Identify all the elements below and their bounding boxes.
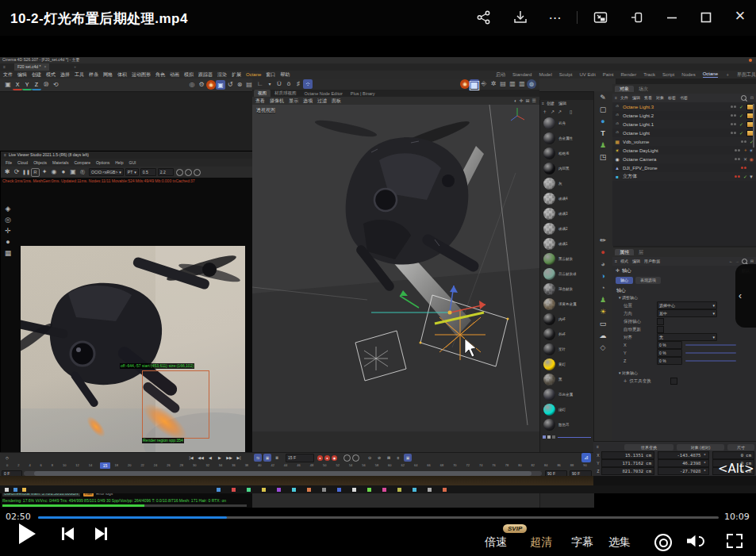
tl-filter-icon[interactable]: ⊞ bbox=[385, 454, 393, 462]
lv-alpha-icon[interactable]: ⓐ bbox=[78, 167, 87, 177]
close-icon[interactable]: × bbox=[731, 7, 749, 25]
coord-x-pos[interactable]: 15.1351 cm bbox=[601, 451, 654, 459]
material-item[interactable]: 混合材质 bbox=[540, 282, 594, 297]
workspace-startup[interactable]: 启动 bbox=[496, 71, 505, 79]
episodes-button[interactable]: 选集 bbox=[608, 535, 631, 550]
am-search-icon[interactable] bbox=[742, 259, 747, 264]
progress-track[interactable] bbox=[38, 516, 719, 519]
material-item[interactable]: 粗糙漆 bbox=[540, 146, 594, 161]
checkbox-auto-update[interactable] bbox=[657, 326, 664, 333]
record-position-icon[interactable]: ● bbox=[317, 455, 323, 461]
om-menu-bookmarks[interactable]: 书签 bbox=[680, 96, 688, 100]
vp-axis-icon[interactable]: ∟ bbox=[255, 79, 265, 89]
object-row[interactable]: ⌾Octane Light✓ bbox=[612, 128, 756, 137]
strip-capsule-icon[interactable]: ◇ bbox=[594, 341, 612, 353]
strip-plane-icon[interactable]: ▭ bbox=[594, 317, 612, 329]
lv-menu-file[interactable]: File bbox=[6, 161, 12, 165]
playhead[interactable]: 15 bbox=[100, 462, 110, 469]
strip-cube-icon[interactable]: ▢ bbox=[594, 103, 612, 115]
tab-octane-node-editor[interactable]: Octane Node Editor bbox=[301, 91, 347, 96]
layout-selector[interactable]: 界面工具 bbox=[737, 71, 756, 79]
lv-gamma-field[interactable]: 2.2 bbox=[158, 168, 174, 176]
slider-x[interactable] bbox=[685, 344, 736, 346]
lv-region-icon[interactable]: R bbox=[31, 168, 40, 177]
slider-z[interactable] bbox=[685, 360, 736, 362]
material-item[interactable]: 品云材质球 bbox=[540, 266, 594, 282]
coord-world-icon[interactable]: ⟲ bbox=[51, 80, 60, 90]
material-item[interactable]: 内环 bbox=[540, 312, 594, 327]
lv-pause-icon[interactable]: ❚❚ bbox=[21, 167, 31, 177]
render-region-box[interactable] bbox=[142, 370, 209, 439]
lv-kernel-select[interactable]: PT▾ bbox=[125, 168, 139, 176]
material-item[interactable]: 淡黄色金属 bbox=[540, 297, 594, 312]
strip-sphere2-icon[interactable]: ◕ bbox=[594, 258, 612, 270]
vp-menu-options[interactable]: 选项 bbox=[303, 98, 313, 105]
tab-view[interactable]: 视图 bbox=[254, 90, 271, 97]
episode-drawer-handle[interactable]: ‹ bbox=[735, 264, 756, 328]
record-rotation-icon[interactable]: ◉ bbox=[332, 455, 337, 461]
windows-taskbar[interactable] bbox=[0, 485, 756, 493]
object-row[interactable]: ☀Octane DayLight＋☀ bbox=[612, 146, 756, 155]
menu-octane[interactable]: Octane bbox=[246, 72, 261, 77]
strip-cloud-icon[interactable]: ☁ bbox=[594, 329, 612, 341]
material-item[interactable]: 外环 bbox=[540, 327, 594, 342]
lv-pass-icon-3[interactable] bbox=[194, 169, 201, 176]
material-item[interactable]: 玻璃1 bbox=[540, 236, 594, 251]
am-pin-icon[interactable]: ⊟ bbox=[750, 259, 754, 263]
menu-mesh[interactable]: 网格 bbox=[103, 71, 113, 79]
material-item[interactable]: 亮光金属 bbox=[540, 387, 594, 402]
vp-save1-icon[interactable]: ▤ bbox=[498, 79, 508, 89]
download-icon[interactable] bbox=[512, 9, 529, 26]
lv-pass-icon-2[interactable] bbox=[185, 169, 192, 176]
material-item[interactable]: 黄灯 bbox=[540, 357, 594, 372]
material-size-slider[interactable] bbox=[540, 433, 594, 441]
taskbar-icon[interactable] bbox=[13, 488, 17, 492]
strip-landscape-icon[interactable]: ◳ bbox=[594, 151, 612, 163]
coord-y-pos[interactable]: 171.7162 cm bbox=[601, 459, 654, 467]
more-icon[interactable]: ⋯ bbox=[547, 9, 564, 26]
menu-file[interactable]: 文件 bbox=[3, 71, 13, 79]
vp-menu-camera[interactable]: 摄像机 bbox=[270, 98, 284, 105]
octane-lock-icon[interactable]: ⊗ bbox=[235, 80, 244, 90]
octane-live-icon[interactable]: ◉ bbox=[206, 80, 216, 90]
lv-lock-icon[interactable]: ◉ bbox=[49, 167, 59, 177]
tl-options-icon[interactable]: ≡ bbox=[394, 454, 402, 462]
tl-keyframe-icon[interactable]: ▣ bbox=[263, 454, 271, 462]
quality-button[interactable]: 超清 bbox=[530, 535, 552, 550]
tab-attributes[interactable]: 属性 bbox=[615, 249, 634, 255]
strip-figure-icon[interactable]: ♟ bbox=[594, 139, 612, 151]
workspace-model[interactable]: Model bbox=[539, 72, 551, 77]
lv-side-focus-icon[interactable]: ✛ bbox=[2, 225, 14, 236]
coord-z-rot[interactable]: -27.7028 ° bbox=[658, 467, 709, 475]
viewport-label[interactable]: 透视视图 bbox=[256, 108, 275, 113]
menu-character[interactable]: 角色 bbox=[155, 71, 165, 79]
speed-button[interactable]: 倍速 bbox=[485, 535, 507, 550]
minimize-icon[interactable] bbox=[663, 9, 681, 26]
octane-camera-icon[interactable]: ▣ bbox=[216, 80, 225, 90]
workspace-render[interactable]: Render bbox=[620, 72, 636, 77]
undo-icon[interactable]: ▣ bbox=[3, 80, 13, 90]
menu-mograph[interactable]: 运动图形 bbox=[132, 71, 151, 79]
tab-layers[interactable]: 层 bbox=[634, 249, 648, 255]
volume-icon[interactable] bbox=[687, 535, 704, 547]
om-search-icon[interactable] bbox=[741, 95, 746, 101]
vp-node-icon[interactable]: ✲ bbox=[489, 79, 498, 89]
tab-takes[interactable]: 场次 bbox=[634, 86, 653, 92]
am-menu-edit[interactable]: 编辑 bbox=[632, 259, 640, 263]
workspace-paint[interactable]: Paint bbox=[603, 72, 614, 77]
dock-right-icon[interactable] bbox=[627, 9, 645, 26]
menu-volume[interactable]: 体积 bbox=[117, 71, 127, 79]
record-scale-icon[interactable]: ● bbox=[324, 455, 330, 461]
tl-mode-icon[interactable]: ▣ bbox=[404, 454, 412, 462]
mini-player-icon[interactable] bbox=[592, 9, 609, 26]
tl-loop-icon[interactable]: ⇆ bbox=[254, 454, 262, 462]
mat-load-icon[interactable]: ↗ bbox=[551, 109, 555, 114]
menu-tracker[interactable]: 跟踪器 bbox=[198, 71, 213, 79]
material-item[interactable]: 机身 bbox=[540, 116, 594, 131]
lv-pass-icon-1[interactable] bbox=[176, 169, 183, 176]
menu-extensions[interactable]: 扩展 bbox=[232, 71, 241, 79]
lv-menu-help[interactable]: Help bbox=[115, 161, 123, 165]
mat-menu-edit[interactable]: 编辑 bbox=[558, 102, 566, 105]
lv-ocio-select[interactable]: OCIO:<sRGB>▾ bbox=[89, 168, 124, 176]
om-menu-file[interactable]: 文件 bbox=[620, 96, 628, 100]
